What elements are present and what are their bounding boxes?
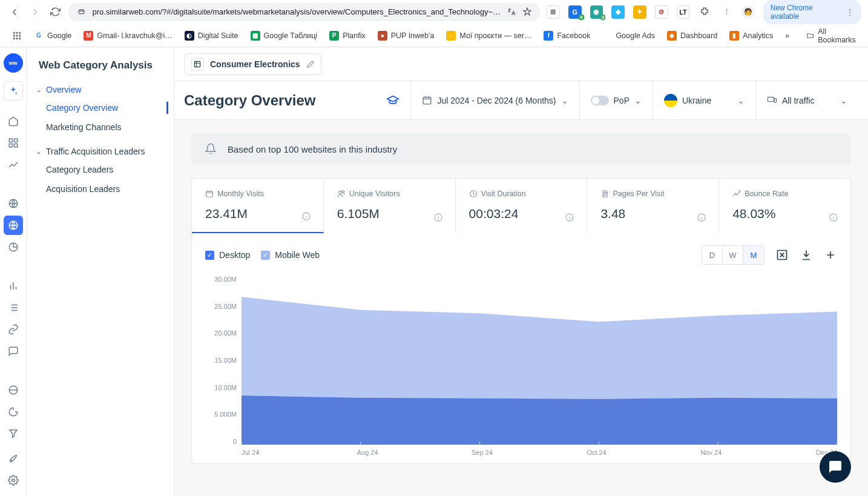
- sidebar-item-category-overview[interactable]: Category Overview: [27, 98, 168, 117]
- favicon: ▲: [602, 31, 612, 41]
- rail-settings[interactable]: [4, 471, 23, 490]
- gran-week[interactable]: W: [723, 246, 743, 264]
- chart-plot[interactable]: [242, 276, 837, 445]
- gran-month[interactable]: M: [743, 246, 764, 264]
- pop-toggle[interactable]: PoP ⌄: [579, 81, 653, 120]
- info-icon[interactable]: [829, 213, 838, 222]
- profile-avatar[interactable]: 🧑: [741, 5, 755, 19]
- svg-rect-19: [194, 61, 200, 67]
- bookmark-item[interactable]: GGoogle: [29, 28, 76, 43]
- bookmark-star-icon[interactable]: [522, 7, 532, 17]
- translate-icon[interactable]: [507, 7, 516, 17]
- ext-icon-2[interactable]: G4: [568, 5, 582, 19]
- sidebar-group-overview[interactable]: ⌄Overview: [27, 81, 174, 98]
- date-range-filter[interactable]: Jul 2024 - Dec 2024 (6 Months) ⌄: [410, 81, 579, 120]
- chart-controls: ✓Desktop ✓Mobile Web D W M: [205, 245, 837, 265]
- rail-message[interactable]: [4, 342, 23, 361]
- rail-home[interactable]: [4, 111, 23, 131]
- svg-rect-3: [19, 32, 21, 34]
- metric-card[interactable]: Monthly Visits 23.41M: [192, 179, 324, 233]
- all-bookmarks[interactable]: All Bookmarks: [801, 25, 863, 47]
- context-bar: Consumer Electronics: [174, 47, 868, 81]
- svg-point-18: [12, 479, 15, 482]
- rail-sparkle[interactable]: [4, 81, 23, 101]
- ext-icon-3[interactable]: ◉3: [590, 5, 603, 19]
- browser-toolbar: pro.similarweb.com/?#/digitalsuite/marke…: [0, 0, 868, 24]
- bookmark-item[interactable]: MGmail- l.kravchuk@i…: [79, 28, 177, 43]
- ext-icon-lt[interactable]: LT: [677, 5, 690, 19]
- sidebar-item-marketing-channels[interactable]: Marketing Channels: [27, 117, 168, 137]
- rail-logo[interactable]: ww: [4, 53, 23, 73]
- toggle-switch[interactable]: [591, 96, 609, 105]
- rail-list[interactable]: [4, 298, 23, 317]
- add-icon[interactable]: [824, 248, 837, 262]
- rail-globe-3[interactable]: [4, 380, 23, 400]
- rail-trend[interactable]: [4, 155, 23, 174]
- bookmark-item[interactable]: ▦Google Таблиці: [246, 28, 323, 43]
- bookmark-item[interactable]: ◆Dashboard: [662, 28, 722, 43]
- country-filter[interactable]: Ukraine ⌄: [653, 81, 755, 120]
- rail-rocket[interactable]: [4, 449, 23, 468]
- info-icon[interactable]: [565, 213, 574, 222]
- content-scroll: Based on top 100 websites in this indust…: [174, 120, 868, 496]
- bookmark-item[interactable]: ▮Analytics: [725, 28, 778, 43]
- rail-grid[interactable]: [4, 133, 23, 153]
- y-tick: 10.00M: [205, 384, 237, 411]
- rail-globe-1[interactable]: [4, 194, 23, 213]
- favicon: f: [544, 31, 553, 41]
- metric-card[interactable]: Visit Duration 00:03:24: [456, 179, 588, 233]
- traffic-filter[interactable]: All traffic ⌄: [755, 81, 858, 120]
- gran-day[interactable]: D: [702, 246, 723, 264]
- bookmark-item[interactable]: ●PUP Inweb'a: [373, 28, 439, 43]
- download-icon[interactable]: [800, 248, 813, 262]
- bookmark-item[interactable]: PPlanfix: [324, 28, 370, 43]
- context-chip[interactable]: Consumer Electronics: [184, 53, 321, 75]
- rail-link[interactable]: [4, 320, 23, 339]
- ext-icon-5[interactable]: ✦: [633, 5, 646, 19]
- extensions-menu-icon[interactable]: [698, 5, 711, 19]
- info-icon[interactable]: [697, 213, 706, 222]
- back-button[interactable]: [7, 5, 22, 19]
- sidebar-item-category-leaders[interactable]: Category Leaders: [27, 160, 168, 179]
- ext-icon-1[interactable]: ⊞: [547, 5, 560, 19]
- metric-card[interactable]: Bounce Rate 48.03%: [719, 179, 850, 233]
- legend-desktop[interactable]: ✓Desktop: [205, 250, 250, 260]
- bookmark-item[interactable]: ◐Digital Suite: [180, 28, 243, 43]
- svg-rect-12: [9, 144, 12, 147]
- education-icon[interactable]: [386, 81, 410, 120]
- apps-grid-icon[interactable]: [7, 28, 27, 43]
- rail-globe-active[interactable]: [4, 216, 23, 235]
- info-icon[interactable]: [433, 213, 443, 222]
- forward-button[interactable]: [28, 5, 42, 19]
- metric-card[interactable]: Pages Per Visit 3.48: [587, 179, 719, 233]
- rail-pie[interactable]: [4, 237, 23, 257]
- legend-mobile[interactable]: ✓Mobile Web: [261, 250, 320, 260]
- bookmarks-overflow[interactable]: »: [780, 29, 794, 42]
- rail-target[interactable]: [4, 402, 23, 422]
- granularity-switch: D W M: [702, 245, 764, 265]
- address-bar[interactable]: pro.similarweb.com/?#/digitalsuite/marke…: [68, 3, 541, 21]
- x-tick: Oct 24: [539, 449, 654, 456]
- svg-rect-10: [9, 139, 12, 142]
- chart-card: ✓Desktop ✓Mobile Web D W M 30.00M25.00M2…: [191, 233, 851, 464]
- sidebar-item-acquisition-leaders[interactable]: Acquisition Leaders: [27, 179, 168, 199]
- ext-icon-4[interactable]: ◆: [611, 5, 625, 19]
- export-excel-icon[interactable]: [775, 248, 789, 262]
- rail-filter[interactable]: [4, 424, 23, 443]
- bookmark-item[interactable]: ⚡Мої проєкти — ser…: [441, 28, 536, 43]
- kebab-icon[interactable]: ⋮: [720, 5, 733, 19]
- new-chrome-button[interactable]: New Chrome available ⋮: [763, 0, 861, 24]
- y-tick: 30.00M: [205, 276, 237, 303]
- rail-bars[interactable]: [4, 276, 23, 296]
- flag-ua-icon: [664, 94, 677, 107]
- reload-button[interactable]: [48, 5, 63, 19]
- svg-rect-9: [19, 38, 21, 39]
- edit-icon[interactable]: [306, 60, 315, 68]
- sidebar-group-traffic-leaders[interactable]: ⌄Traffic Acquisition Leaders: [27, 143, 174, 160]
- bookmark-item[interactable]: ▲Google Ads: [597, 28, 660, 43]
- chat-fab[interactable]: [820, 451, 851, 483]
- info-icon[interactable]: [301, 211, 311, 221]
- metric-card[interactable]: Unique Visitors 6.105M: [324, 179, 456, 233]
- bookmark-item[interactable]: fFacebook: [539, 28, 595, 43]
- ext-icon-6[interactable]: ⊘: [655, 5, 668, 19]
